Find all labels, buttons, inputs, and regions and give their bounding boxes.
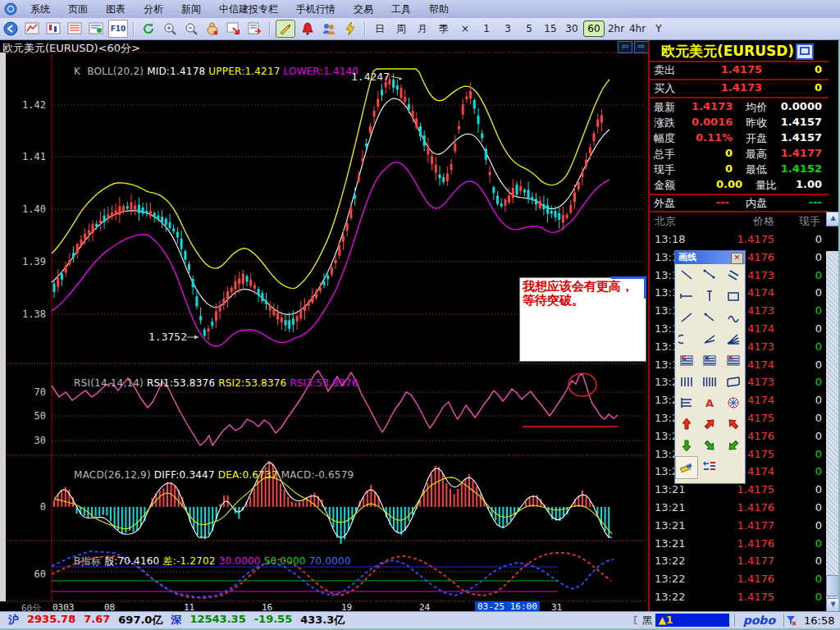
price-tick: 1.40	[3, 203, 46, 215]
arrow-down-icon[interactable]	[675, 435, 698, 456]
alert-badge[interactable]: ▲1	[655, 614, 729, 627]
period-button-5[interactable]: 5	[519, 21, 539, 36]
period-button-30[interactable]: 30	[562, 21, 582, 36]
quote-board-icon[interactable]	[66, 21, 84, 37]
divider	[650, 79, 829, 80]
f10-icon[interactable]: F10	[108, 20, 128, 38]
menu-item-系统[interactable]: 系统	[21, 1, 59, 18]
price-tick: 1.42	[3, 99, 46, 111]
candle-chart-icon[interactable]	[44, 21, 62, 37]
draw-pencil-icon[interactable]	[276, 20, 295, 38]
xaxis-label: 0303	[52, 602, 75, 611]
filter-icon[interactable]	[786, 614, 797, 626]
period-button-15[interactable]: 15	[541, 21, 560, 36]
circle-cycle-icon[interactable]	[722, 392, 745, 413]
parallel-lines-icon[interactable]	[722, 264, 745, 285]
gann-grid-icon[interactable]	[675, 392, 698, 413]
zoom-out-icon[interactable]	[182, 21, 200, 37]
chart-region[interactable]: 欧元美元(EURUSD)<60分> ⇦ ⇨ K BOLL(20,2) MID:1…	[0, 39, 648, 611]
drag-hand-icon[interactable]	[203, 21, 221, 37]
b-indicator-header: B指标 股:70.4160 差:-1.2702 30.0000 50.0000 …	[54, 543, 351, 580]
macd-tick: 0	[3, 501, 46, 513]
object-manager-icon[interactable]	[698, 456, 721, 477]
period-button-周[interactable]: 周	[391, 21, 411, 36]
tape-row: 13:221.41760	[650, 573, 825, 585]
zoom-in-icon[interactable]	[161, 21, 179, 37]
divider	[650, 97, 829, 98]
rectangle-icon[interactable]	[722, 285, 745, 307]
arrow-up-icon[interactable]	[675, 413, 698, 435]
toolbar-separator	[269, 21, 271, 36]
index-summary: 沪2935.787.67697.0亿深12543.35-19.55433.3亿	[0, 613, 345, 628]
trend-line-icon[interactable]	[675, 264, 698, 285]
horizontal-line-icon[interactable]	[675, 285, 698, 307]
alarm-bell-icon[interactable]	[299, 21, 317, 37]
menu-item-图表[interactable]: 图表	[97, 1, 135, 18]
arrow-sw-icon[interactable]	[722, 435, 745, 456]
line-chart-icon[interactable]	[23, 21, 41, 37]
menu-item-中信建投专栏[interactable]: 中信建投专栏	[210, 1, 287, 18]
period-button-日[interactable]: 日	[370, 21, 390, 36]
period-button-月[interactable]: 月	[413, 21, 432, 36]
vertical-line-icon[interactable]	[698, 285, 721, 307]
scrollbar[interactable]: ▼	[826, 251, 838, 611]
arrow-se-icon[interactable]	[698, 435, 721, 456]
ray-segment-icon[interactable]	[698, 264, 721, 285]
eraser-icon[interactable]	[675, 456, 698, 479]
menu-item-新闻[interactable]: 新闻	[172, 1, 210, 18]
index-value: 12543.35	[189, 613, 245, 628]
percent-lines-icon[interactable]: X	[698, 349, 721, 371]
period-button-1[interactable]: 1	[477, 21, 496, 36]
app-icon	[2, 1, 20, 17]
next-window-icon[interactable]	[225, 21, 243, 37]
quote-stat-row: 金额0.00量比1.00	[650, 178, 827, 193]
golden-section-icon[interactable]: G	[675, 349, 698, 371]
menu-item-页面[interactable]: 页面	[59, 1, 97, 18]
period-button-2hr[interactable]: 2hr	[606, 21, 626, 36]
lightning-icon[interactable]	[341, 21, 359, 37]
period-button-季[interactable]: 季	[434, 21, 454, 36]
cycle-lines-icon[interactable]	[698, 371, 721, 392]
application-window: 系统页面图表分析新闻中信建投专栏手机行情交易工具帮助 中信建投-博易大师 — ❐…	[0, 0, 840, 630]
fan-lines-icon[interactable]	[722, 328, 745, 349]
goto-icon[interactable]	[246, 21, 264, 37]
toolbar: F10日周月季×1351530602hr4hrY	[0, 18, 840, 40]
fibonacci-lines-icon[interactable]: X	[722, 349, 745, 371]
back-icon[interactable]	[2, 21, 20, 37]
menu-item-交易[interactable]: 交易	[345, 1, 382, 18]
period-button-3[interactable]: 3	[498, 21, 518, 36]
refresh-icon[interactable]	[139, 21, 158, 37]
users-icon[interactable]	[320, 21, 338, 37]
period-button-60[interactable]: 60	[583, 21, 605, 37]
time-zones-icon[interactable]	[675, 371, 698, 392]
arrow-ne-icon[interactable]	[698, 413, 721, 435]
menu-item-手机行情[interactable]: 手机行情	[287, 1, 345, 18]
svg-text:G: G	[682, 355, 687, 362]
xaxis-label: 31	[551, 602, 562, 611]
text-tool-icon[interactable]: A	[698, 392, 721, 413]
palette-close-icon[interactable]: ✕	[731, 253, 743, 264]
sell-row: 卖出 1.4175 0	[650, 63, 827, 78]
menu-item-分析[interactable]: 分析	[135, 1, 172, 18]
channel-icon[interactable]	[722, 371, 745, 392]
arc-icon[interactable]	[675, 328, 698, 349]
tape-row: 13:181.41750	[650, 233, 825, 245]
board-icon[interactable]	[796, 43, 814, 60]
marked-segment-icon[interactable]	[698, 307, 721, 328]
arrow-nw-icon[interactable]	[722, 413, 745, 435]
period-button-4hr[interactable]: 4hr	[628, 21, 647, 36]
period-button-Y[interactable]: Y	[649, 21, 669, 36]
tape-row: 13:211.41760	[650, 537, 825, 550]
period-button-×[interactable]: ×	[455, 21, 475, 36]
angle-lines-icon[interactable]	[698, 328, 721, 349]
chart-note[interactable]: 我想应该会有更高，等待突破。	[519, 277, 646, 362]
report-icon[interactable]	[87, 21, 105, 37]
index-value: 697.0亿	[118, 613, 162, 628]
menu-item-帮助[interactable]: 帮助	[420, 1, 458, 18]
index-value: 沪	[8, 613, 19, 628]
menu-item-工具[interactable]: 工具	[382, 1, 420, 18]
segment-icon[interactable]	[675, 307, 698, 328]
wave-icon[interactable]	[722, 307, 745, 328]
quote-stat-row: 现手0最低1.4152	[650, 162, 827, 177]
quote-stat-row: 最新1.4173均价0.0000	[650, 100, 827, 115]
